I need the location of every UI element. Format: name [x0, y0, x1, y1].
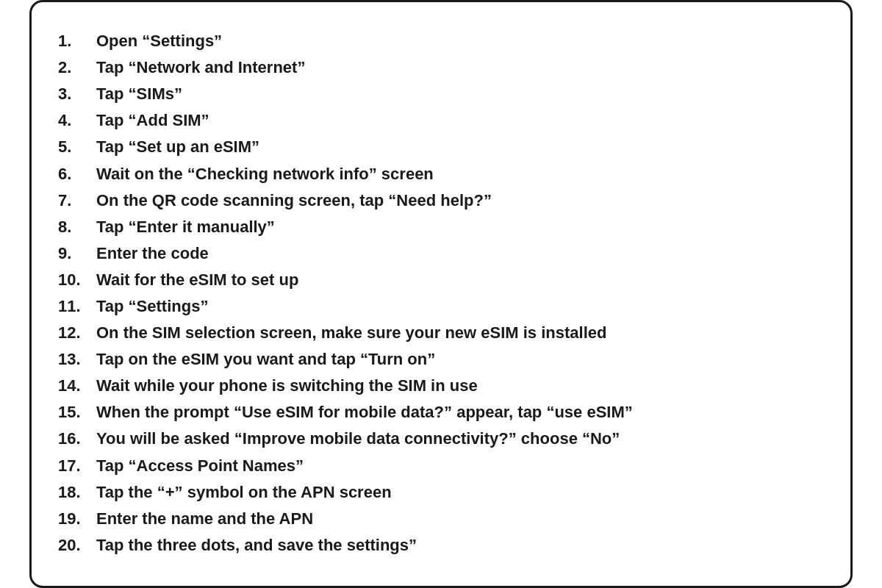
step-number: 13. [58, 347, 96, 372]
list-item: 18.Tap the “+” symbol on the APN screen [58, 480, 815, 505]
step-number: 8. [58, 215, 96, 240]
list-item: 15.When the prompt “Use eSIM for mobile … [58, 400, 815, 425]
list-item: 1.Open “Settings” [58, 29, 815, 54]
list-item: 5.Tap “Set up an eSIM” [58, 135, 815, 159]
step-text: Tap “Add SIM” [96, 108, 209, 133]
list-item: 7.On the QR code scanning screen, tap “N… [58, 188, 815, 213]
list-item: 11.Tap “Settings” [58, 294, 815, 319]
list-item: 8.Tap “Enter it manually” [58, 215, 815, 240]
step-number: 18. [58, 480, 96, 505]
instruction-card: 1.Open “Settings”2.Tap “Network and Inte… [29, 0, 853, 588]
step-text: Tap “Enter it manually” [96, 215, 275, 240]
list-item: 13.Tap on the eSIM you want and tap “Tur… [58, 347, 815, 372]
step-number: 16. [58, 426, 96, 451]
step-number: 17. [58, 453, 96, 478]
step-number: 2. [58, 55, 96, 80]
step-text: Tap “Network and Internet” [96, 55, 305, 80]
step-text: Tap the three dots, and save the setting… [96, 533, 417, 558]
steps-list: 1.Open “Settings”2.Tap “Network and Inte… [58, 29, 815, 558]
step-number: 7. [58, 188, 96, 213]
list-item: 3.Tap “SIMs” [58, 82, 815, 107]
step-text: Tap on the eSIM you want and tap “Turn o… [96, 347, 435, 372]
list-item: 16.You will be asked “Improve mobile dat… [58, 426, 815, 451]
list-item: 9.Enter the code [58, 241, 815, 266]
step-number: 14. [58, 373, 96, 398]
list-item: 17.Tap “Access Point Names” [58, 453, 815, 478]
step-text: Enter the code [96, 241, 209, 266]
step-text: When the prompt “Use eSIM for mobile dat… [96, 400, 633, 425]
step-number: 6. [58, 162, 96, 187]
list-item: 20.Tap the three dots, and save the sett… [58, 533, 815, 558]
list-item: 6.Wait on the “Checking network info” sc… [58, 162, 815, 187]
step-text: Tap the “+” symbol on the APN screen [96, 480, 392, 505]
step-number: 10. [58, 268, 96, 293]
step-text: Tap “Set up an eSIM” [96, 135, 259, 159]
list-item: 14.Wait while your phone is switching th… [58, 373, 815, 398]
step-text: You will be asked “Improve mobile data c… [96, 426, 620, 451]
list-item: 10.Wait for the eSIM to set up [58, 268, 815, 293]
list-item: 4.Tap “Add SIM” [58, 108, 815, 133]
step-text: Enter the name and the APN [96, 506, 313, 531]
step-text: Wait while your phone is switching the S… [96, 373, 478, 398]
step-text: Tap “Access Point Names” [96, 453, 304, 478]
step-number: 20. [58, 533, 96, 558]
list-item: 19.Enter the name and the APN [58, 506, 815, 531]
step-text: On the SIM selection screen, make sure y… [96, 320, 606, 345]
step-number: 11. [58, 294, 96, 319]
step-text: Wait on the “Checking network info” scre… [96, 162, 434, 187]
step-number: 1. [58, 29, 96, 54]
step-number: 3. [58, 82, 96, 107]
step-number: 19. [58, 506, 96, 531]
step-text: Tap “Settings” [96, 294, 208, 319]
step-text: Tap “SIMs” [96, 82, 182, 107]
step-number: 9. [58, 241, 96, 266]
step-number: 15. [58, 400, 96, 425]
step-text: Wait for the eSIM to set up [96, 268, 298, 293]
step-text: Open “Settings” [96, 29, 222, 54]
list-item: 2.Tap “Network and Internet” [58, 55, 815, 80]
step-number: 12. [58, 320, 96, 345]
step-number: 4. [58, 108, 96, 133]
step-text: On the QR code scanning screen, tap “Nee… [96, 188, 492, 213]
list-item: 12.On the SIM selection screen, make sur… [58, 320, 815, 345]
step-number: 5. [58, 135, 96, 159]
